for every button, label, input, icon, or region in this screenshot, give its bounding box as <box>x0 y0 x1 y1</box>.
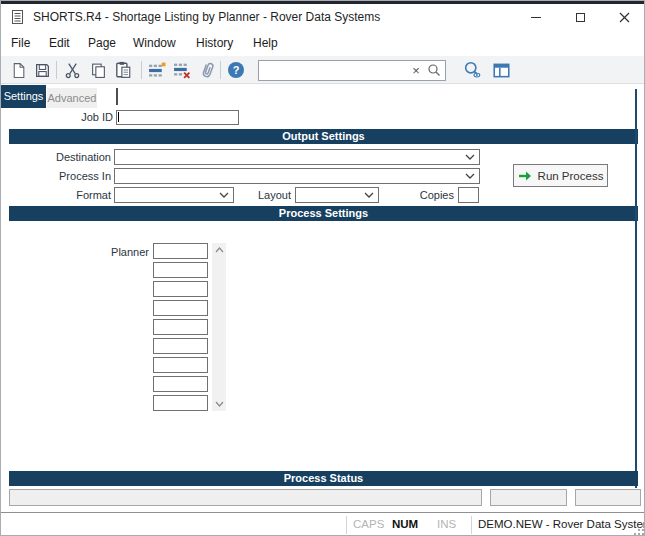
window-title: SHORTS.R4 - Shortage Listing by Planner … <box>33 10 380 24</box>
statusbar-separator <box>471 516 472 534</box>
run-process-label: Run Process <box>538 170 604 182</box>
panel-right-edge <box>635 89 637 488</box>
planner-input[interactable] <box>153 338 208 354</box>
planner-input[interactable] <box>153 357 208 373</box>
planner-input[interactable] <box>153 319 208 335</box>
new-document-button[interactable] <box>7 59 29 81</box>
insert-line-icon <box>148 61 166 79</box>
status-field-progress <box>490 489 567 506</box>
copies-label: Copies <box>364 189 454 201</box>
delete-line-icon <box>173 61 191 79</box>
menu-page[interactable]: Page <box>88 31 116 56</box>
chevron-down-icon <box>465 173 475 180</box>
insert-line-button[interactable] <box>146 59 168 81</box>
process-in-select[interactable] <box>114 168 480 184</box>
section-process-settings: Process Settings <box>9 206 638 221</box>
lookup-view-button[interactable] <box>462 59 484 81</box>
process-in-label: Process In <box>21 170 111 182</box>
scroll-up-icon[interactable] <box>212 243 226 257</box>
run-process-button[interactable]: Run Process <box>513 164 608 187</box>
menu-window[interactable]: Window <box>133 31 176 56</box>
destination-label: Destination <box>21 151 111 163</box>
planner-scrollbar[interactable] <box>212 243 226 411</box>
search-input[interactable] <box>262 62 407 79</box>
planner-label: Planner <box>59 246 149 258</box>
planner-input[interactable] <box>153 300 208 316</box>
paste-button[interactable] <box>112 59 134 81</box>
session-context: DEMO.NEW - Rover Data Systems <box>478 518 645 530</box>
cut-button[interactable] <box>61 59 83 81</box>
search-box: × <box>258 60 446 81</box>
section-process-status: Process Status <box>9 471 638 486</box>
planner-input[interactable] <box>153 243 208 259</box>
help-button[interactable]: ? <box>225 59 247 81</box>
format-label: Format <box>21 189 111 201</box>
run-arrow-icon <box>518 170 532 182</box>
save-button[interactable] <box>31 59 53 81</box>
job-id-label: Job ID <box>21 111 113 123</box>
search-icon[interactable] <box>427 63 442 78</box>
search-clear-icon[interactable]: × <box>409 62 423 79</box>
app-window: SHORTS.R4 - Shortage Listing by Planner … <box>0 0 645 536</box>
minimize-button[interactable] <box>514 4 558 31</box>
close-icon <box>619 12 630 23</box>
chevron-down-icon <box>465 154 475 161</box>
destination-select[interactable] <box>114 149 480 165</box>
toolbar-separator <box>141 61 142 79</box>
scroll-down-icon[interactable] <box>212 397 226 411</box>
menu-bar: File Edit Page Window History Help <box>1 31 645 56</box>
tab-advanced[interactable]: Advanced <box>47 88 97 108</box>
section-output-settings: Output Settings <box>9 129 638 144</box>
tab-strip-end <box>116 88 118 105</box>
status-bar: CAPS NUM INS DEMO.NEW - Rover Data Syste… <box>1 512 645 536</box>
form-view-icon <box>492 61 511 80</box>
job-id-input[interactable] <box>116 110 239 125</box>
paperclip-icon <box>199 61 217 79</box>
statusbar-separator <box>346 516 347 534</box>
title-bar: SHORTS.R4 - Shortage Listing by Planner … <box>1 4 645 31</box>
form-view-button[interactable] <box>490 59 512 81</box>
menu-history[interactable]: History <box>196 31 233 56</box>
cut-icon <box>64 62 81 79</box>
toolbar-separator <box>56 61 57 79</box>
planner-input[interactable] <box>153 376 208 392</box>
planner-input[interactable] <box>153 262 208 278</box>
menu-edit[interactable]: Edit <box>49 31 70 56</box>
toolbar: ? × <box>1 56 645 84</box>
status-field-message <box>9 489 482 506</box>
close-button[interactable] <box>602 4 645 31</box>
help-icon: ? <box>228 62 244 78</box>
app-icon <box>9 9 25 25</box>
layout-label: Layout <box>201 189 291 201</box>
menu-file[interactable]: File <box>11 31 30 56</box>
num-indicator: NUM <box>392 518 418 530</box>
copies-input[interactable] <box>458 187 479 203</box>
caps-indicator: CAPS <box>353 518 384 530</box>
search-eye-icon <box>463 60 483 80</box>
attachment-button[interactable] <box>197 59 219 81</box>
text-caret <box>118 112 119 122</box>
tab-settings[interactable]: Settings <box>1 85 46 108</box>
status-field-time <box>575 489 641 506</box>
minimize-icon <box>531 17 541 18</box>
copy-button[interactable] <box>87 59 109 81</box>
paste-icon <box>114 61 132 79</box>
delete-line-button[interactable] <box>171 59 193 81</box>
planner-input[interactable] <box>153 395 208 411</box>
menu-help[interactable]: Help <box>253 31 278 56</box>
planner-input[interactable] <box>153 281 208 297</box>
new-document-icon <box>10 62 27 79</box>
maximize-icon <box>576 13 585 22</box>
maximize-button[interactable] <box>558 4 602 31</box>
toolbar-separator <box>220 61 221 79</box>
ins-indicator: INS <box>437 518 456 530</box>
save-icon <box>34 62 51 79</box>
copy-icon <box>90 62 107 79</box>
